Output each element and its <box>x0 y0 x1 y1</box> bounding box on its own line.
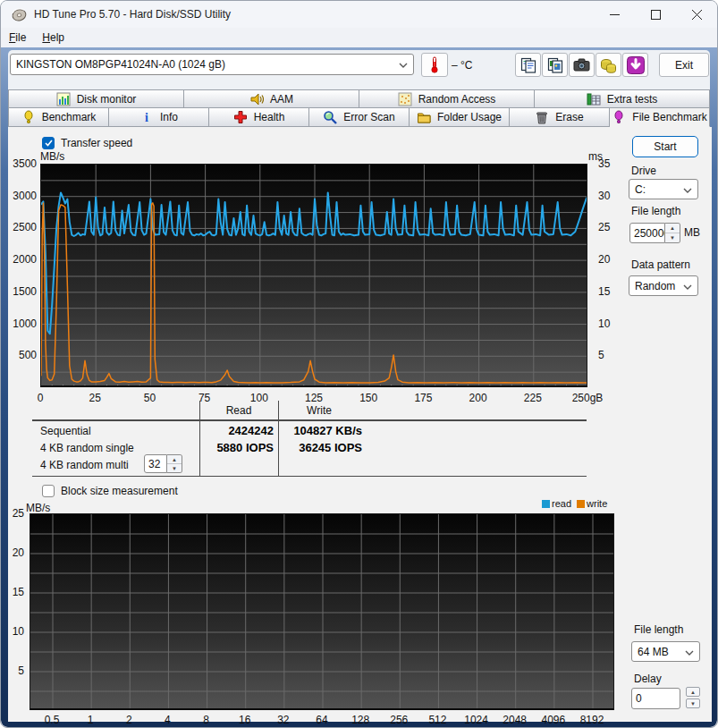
tab-label: Error Scan <box>343 111 394 123</box>
axis-tick-label: 150 <box>359 392 377 404</box>
results-header-read: Read <box>199 404 278 417</box>
temperature-button[interactable] <box>421 53 448 77</box>
menu-item-help[interactable]: Help <box>42 31 64 44</box>
checkbox-unchecked-icon <box>42 485 55 497</box>
queue-depth-value[interactable]: 32 <box>144 454 167 473</box>
tab-random-access[interactable]: Random Access <box>359 89 535 108</box>
main-chart-left-axis: 350030002500200015001000500 <box>8 164 37 387</box>
file-length-label: File length <box>631 205 680 217</box>
tab-label: File Benchmark <box>632 111 706 123</box>
data-pattern-select[interactable]: Random <box>629 275 698 296</box>
drive-select[interactable]: C: <box>629 179 698 199</box>
axis-tick-label: 1500 <box>13 285 37 298</box>
thermometer-icon <box>430 56 439 73</box>
error-scan-icon <box>323 110 337 124</box>
spin-down-icon[interactable]: ▼ <box>167 464 182 472</box>
queue-depth-stepper[interactable]: 32 ▲▼ <box>144 454 182 473</box>
screenshot-button[interactable] <box>569 53 595 77</box>
block-size-label: Block size measurement <box>61 485 178 497</box>
axis-tick-label: 125 <box>305 392 323 404</box>
block-size-checkbox[interactable]: Block size measurement <box>42 485 178 497</box>
axis-tick-label: 5 <box>18 665 24 677</box>
delay-spin-buttons[interactable]: ▲▼ <box>686 687 700 708</box>
tab-benchmark[interactable]: Benchmark <box>8 107 109 127</box>
data-pattern-label: Data pattern <box>631 258 690 271</box>
file-length-unit: MB <box>684 226 700 239</box>
exit-button[interactable]: Exit <box>659 53 709 77</box>
temperature-display: – °C <box>452 59 472 72</box>
tab-aam[interactable]: AAM <box>184 89 359 108</box>
tab-info[interactable]: i Info <box>109 107 209 127</box>
axis-tick-label: 175 <box>414 392 432 404</box>
tab-erase[interactable]: Erase <box>510 107 610 127</box>
save-button[interactable] <box>596 53 621 77</box>
drive-select-value: C: <box>635 183 646 196</box>
maximize-button[interactable] <box>635 1 676 28</box>
table-rule <box>32 419 587 421</box>
window-title: HD Tune Pro 5.70 - Hard Disk/SSD Utility <box>34 8 231 21</box>
minimize-button[interactable] <box>594 1 635 28</box>
axis-tick-label: 25 <box>598 221 610 233</box>
axis-tick-label: 25 <box>13 507 24 520</box>
tab-file-benchmark[interactable]: File Benchmark <box>610 107 710 127</box>
device-select[interactable]: KINGSTON OM8PGP41024N-A0 (1024 gB) <box>10 54 414 75</box>
tab-extra-tests[interactable]: Extra tests <box>535 89 710 108</box>
main-chart-x-axis: 0255075100125150175200225250gB <box>40 392 587 404</box>
axis-tick-label: 0 <box>38 392 44 404</box>
spin-up-icon[interactable]: ▲ <box>686 687 700 697</box>
copy-image-button[interactable] <box>542 53 568 77</box>
tab-health[interactable]: Health <box>209 107 309 127</box>
write-legend-label: write <box>587 498 607 509</box>
start-button[interactable]: Start <box>632 136 698 157</box>
close-button[interactable] <box>676 1 717 28</box>
block-file-length-label: File length <box>634 623 683 636</box>
file-length-spin-buttons[interactable]: ▲▼ <box>665 223 680 243</box>
result-read-value: 5880 IOPS <box>187 441 274 454</box>
data-pattern-value: Random <box>635 280 675 292</box>
axis-tick-label: 5 <box>598 349 604 361</box>
chevron-down-icon <box>683 183 692 196</box>
main-chart-right-axis: 3530252015105 <box>598 164 621 387</box>
extra-tests-icon <box>587 92 601 106</box>
result-row-label: Sequential <box>40 425 91 437</box>
axis-tick-label: 10 <box>598 317 610 330</box>
tab-disk-monitor[interactable]: Disk monitor <box>8 89 184 108</box>
axis-tick-label: 3000 <box>13 190 37 202</box>
delay-input[interactable]: 0 <box>631 688 680 709</box>
tab-label: Erase <box>555 111 583 123</box>
spin-down-icon[interactable]: ▼ <box>665 233 680 242</box>
results-header-write: Write <box>278 404 360 417</box>
spin-up-icon[interactable]: ▲ <box>167 455 182 464</box>
axis-tick-label: 2048 <box>503 714 527 726</box>
axis-tick-label: 4096 <box>541 714 565 726</box>
tab-error-scan[interactable]: Error Scan <box>309 107 410 127</box>
block-file-length-select[interactable]: 64 MB <box>631 641 700 662</box>
result-row-label: 4 KB random multi <box>40 459 129 471</box>
chevron-down-icon <box>685 646 694 658</box>
axis-tick-label: 16 <box>239 714 250 726</box>
axis-tick-label: 20 <box>598 253 610 266</box>
tab-folder-usage[interactable]: Folder Usage <box>410 107 510 127</box>
transfer-speed-checkbox[interactable]: Transfer speed <box>42 137 132 149</box>
axis-tick-label: 250gB <box>572 392 604 404</box>
axis-tick-label: 128 <box>351 714 369 726</box>
axis-tick-label: 512 <box>428 714 446 726</box>
app-window: HD Tune Pro 5.70 - Hard Disk/SSD Utility… <box>0 0 718 728</box>
file-length-value[interactable]: 250000 <box>629 223 665 243</box>
copy-image-icon <box>547 57 563 73</box>
app-icon <box>12 7 27 22</box>
aam-icon <box>249 92 264 106</box>
file-length-stepper[interactable]: 250000 ▲▼ <box>629 223 680 243</box>
tab-label: Random Access <box>418 93 496 106</box>
menu-item-file[interactable]: File <box>9 31 26 44</box>
axis-tick-label: 35 <box>598 157 610 170</box>
tab-label: Health <box>254 111 285 123</box>
spin-up-icon[interactable]: ▲ <box>665 224 680 233</box>
block-chart-left-axis: 252015105 <box>8 513 26 710</box>
spin-down-icon[interactable]: ▼ <box>686 698 700 708</box>
window-frame: KINGSTON OM8PGP41024N-A0 (1024 gB) – °C <box>1 47 717 727</box>
queue-depth-spin-buttons[interactable]: ▲▼ <box>167 454 182 473</box>
axis-tick-label: 15 <box>598 285 610 298</box>
download-button[interactable] <box>622 53 648 77</box>
copy-text-button[interactable] <box>515 53 541 77</box>
